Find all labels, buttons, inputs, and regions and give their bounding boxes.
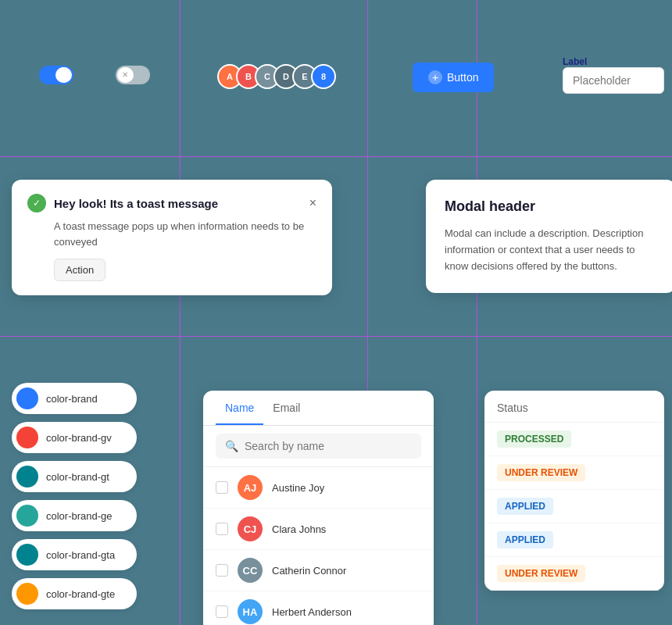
tab-name[interactable]: Name xyxy=(216,391,263,425)
search-wrapper: 🔍 xyxy=(203,426,434,467)
grid-line-horizontal-1 xyxy=(0,156,672,157)
toast-action-button[interactable]: Action xyxy=(54,259,105,281)
status-item-5: UNDER REVIEW xyxy=(484,557,664,591)
checkbox-4[interactable] xyxy=(216,605,228,618)
swatch-label-brand-gv: color-brand-gv xyxy=(46,432,112,444)
list-tabs: Name Email xyxy=(203,391,434,426)
status-item-2: UNDER REVIEW xyxy=(484,456,664,490)
grid-line-horizontal-2 xyxy=(0,336,672,337)
status-header: Status xyxy=(484,391,664,423)
checkbox-3[interactable] xyxy=(216,564,228,577)
user-name-1: Austine Joy xyxy=(272,482,324,494)
swatch-label-brand-gta: color-brand-gta xyxy=(46,549,115,561)
modal-body: Modal can include a description. Descrip… xyxy=(445,226,657,274)
swatch-label-brand-gt: color-brand-gt xyxy=(46,471,109,483)
status-badge-applied-2: APPLIED xyxy=(497,531,553,548)
primary-button[interactable]: + Button xyxy=(413,62,494,92)
text-input[interactable] xyxy=(563,67,664,94)
user-name-2: Clara Johns xyxy=(272,523,326,535)
status-card: Status PROCESSED UNDER REVIEW APPLIED AP… xyxy=(484,391,664,591)
grid-line-vertical-1 xyxy=(180,0,181,625)
list-item: AJ Austine Joy xyxy=(203,467,434,509)
swatch-circle-brand-gte xyxy=(16,583,38,605)
search-icon: 🔍 xyxy=(225,440,238,452)
toast-success-icon: ✓ xyxy=(27,194,46,212)
toast-close-button[interactable]: × xyxy=(309,196,316,210)
status-badge-under-review-2: UNDER REVIEW xyxy=(497,565,585,582)
toast-header: ✓ Hey look! Its a toast message × xyxy=(27,194,316,212)
status-badge-under-review-1: UNDER REVIEW xyxy=(497,464,585,481)
list-item: HA Herbert Anderson xyxy=(203,591,434,625)
search-input-container: 🔍 xyxy=(216,434,421,459)
status-badge-processed: PROCESSED xyxy=(497,430,571,448)
status-badge-applied-1: APPLIED xyxy=(497,498,553,515)
avatar-catherin: CC xyxy=(238,558,263,583)
plus-icon: + xyxy=(428,70,442,84)
toast-notification: ✓ Hey look! Its a toast message × A toas… xyxy=(12,180,332,295)
toggle-off[interactable]: ✕ xyxy=(116,66,150,84)
status-item-1: PROCESSED xyxy=(484,423,664,456)
color-swatch-brand: color-brand xyxy=(12,383,137,414)
avatar-herbert: HA xyxy=(238,599,263,624)
swatch-circle-brand-gv xyxy=(16,427,38,448)
swatch-label-brand-gte: color-brand-gte xyxy=(46,588,115,600)
input-label: Label xyxy=(563,56,664,67)
toast-title: Hey look! Its a toast message xyxy=(54,197,302,210)
color-swatch-list: color-brand color-brand-gv color-brand-g… xyxy=(12,383,137,609)
toast-body: A toast message pops up when information… xyxy=(54,219,316,249)
color-swatch-brand-gte: color-brand-gte xyxy=(12,578,137,609)
swatch-label-brand: color-brand xyxy=(46,393,98,405)
list-item: CC Catherin Connor xyxy=(203,550,434,591)
user-list-card: Name Email 🔍 AJ Austine Joy CJ Clara Joh… xyxy=(203,391,434,625)
swatch-circle-brand-gta xyxy=(16,544,38,566)
tab-email[interactable]: Email xyxy=(263,391,309,425)
status-item-4: APPLIED xyxy=(484,523,664,557)
swatch-circle-brand xyxy=(16,388,38,409)
list-item: CJ Clara Johns xyxy=(203,509,434,550)
avatar-austine: AJ xyxy=(238,475,263,500)
checkbox-1[interactable] xyxy=(216,481,228,494)
swatch-label-brand-ge: color-brand-ge xyxy=(46,510,113,522)
color-swatch-brand-gta: color-brand-gta xyxy=(12,539,137,570)
user-name-3: Catherin Connor xyxy=(272,565,346,577)
avatar-count: 8 xyxy=(311,64,336,89)
toggle-on[interactable]: ✓ xyxy=(39,66,73,84)
input-wrapper: Label xyxy=(563,56,664,94)
swatch-circle-brand-gt xyxy=(16,466,38,488)
checkbox-2[interactable] xyxy=(216,523,228,535)
color-swatch-brand-gv: color-brand-gv xyxy=(12,422,137,453)
color-swatch-brand-gt: color-brand-gt xyxy=(12,461,137,492)
avatar-clara: CJ xyxy=(238,516,263,541)
modal-card: Modal header Modal can include a descrip… xyxy=(426,180,672,293)
modal-title: Modal header xyxy=(445,198,657,215)
color-swatch-brand-ge: color-brand-ge xyxy=(12,500,137,531)
swatch-circle-brand-ge xyxy=(16,505,38,527)
user-name-4: Herbert Anderson xyxy=(272,606,352,618)
search-input[interactable] xyxy=(245,440,412,452)
grid-line-vertical-3 xyxy=(477,0,477,625)
avatar-group: A B C D E 8 xyxy=(217,64,336,89)
status-item-3: APPLIED xyxy=(484,490,664,523)
